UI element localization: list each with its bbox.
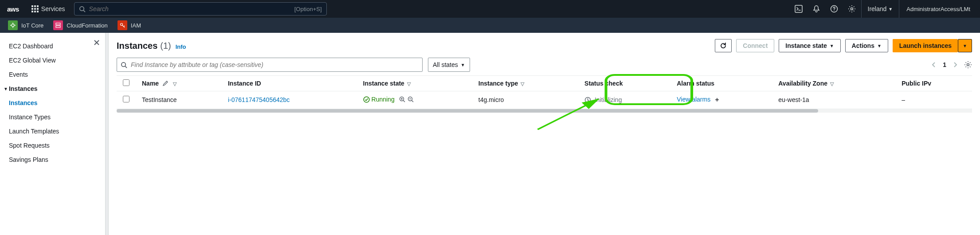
cloudshell-icon[interactable] — [790, 0, 807, 18]
search-wrap: [Option+S] — [74, 2, 327, 16]
service-label: IoT Core — [21, 22, 43, 29]
svg-line-18 — [412, 100, 413, 102]
title-text: Instances — [117, 41, 157, 51]
svg-line-1 — [83, 10, 85, 12]
topnav-right: Ireland ▼ AdministratorAccess/LMt — [790, 0, 980, 18]
col-instance-type[interactable]: Instance type▽ — [472, 76, 578, 91]
launch-split-button[interactable]: ▼ — [958, 39, 972, 52]
service-cloudformation[interactable]: CloudFormation — [50, 19, 111, 32]
select-all-checkbox[interactable] — [123, 79, 129, 86]
sidebar-item-spot-requests[interactable]: Spot Requests — [0, 138, 108, 153]
connect-button[interactable]: Connect — [736, 39, 774, 52]
instance-state-button[interactable]: Instance state ▼ — [779, 39, 840, 52]
caret-down-icon: ▼ — [4, 86, 8, 91]
instance-id-link[interactable]: i-076117475405642bc — [228, 96, 290, 103]
svg-point-8 — [120, 24, 122, 26]
filter-input[interactable] — [131, 61, 419, 68]
prev-page-icon[interactable] — [931, 62, 937, 68]
sidebar-group-instances[interactable]: ▼ Instances — [0, 82, 108, 96]
svg-point-11 — [967, 64, 969, 66]
instance-state-label: Instance state — [785, 42, 827, 49]
svg-point-0 — [79, 6, 83, 10]
col-instance-id[interactable]: Instance ID — [222, 76, 357, 91]
service-iam[interactable]: IAM — [114, 19, 145, 32]
aws-logo[interactable]: aws — [0, 5, 26, 13]
page-number: 1 — [943, 61, 946, 68]
col-alarm-status[interactable]: Alarm status — [670, 76, 772, 91]
instances-table-wrap: Name ▽ Instance ID Instance state▽ Insta… — [117, 75, 972, 113]
sort-icon: ▽ — [173, 81, 176, 87]
main-content: Instances (1) Info Connect Instance stat… — [109, 33, 980, 235]
filter-row: All states ▼ 1 — [117, 58, 972, 72]
launch-button-group: Launch instances ▼ — [893, 39, 972, 52]
col-public-ip[interactable]: Public IPv — [895, 76, 972, 91]
svg-line-14 — [403, 100, 405, 102]
instances-table: Name ▽ Instance ID Instance state▽ Insta… — [117, 76, 972, 109]
help-icon[interactable] — [826, 0, 843, 18]
sidebar-item-launch-templates[interactable]: Launch Templates — [0, 124, 108, 138]
cell-public-ip: – — [895, 91, 972, 109]
sidebar-item-instance-types[interactable]: Instance Types — [0, 110, 108, 124]
top-nav: aws Services [Option+S] Ireland ▼ — [0, 0, 980, 18]
iot-icon — [8, 20, 18, 30]
page-header: Instances (1) Info Connect Instance stat… — [117, 39, 972, 52]
plus-icon[interactable]: ＋ — [714, 96, 720, 103]
sidebar-group-label: Instances — [9, 85, 38, 92]
row-checkbox[interactable] — [123, 96, 129, 102]
info-link[interactable]: Info — [176, 43, 186, 50]
sidebar-item-savings-plans[interactable]: Savings Plans — [0, 153, 108, 167]
view-alarms-link[interactable]: View alarms — [677, 96, 710, 103]
actions-button[interactable]: Actions ▼ — [845, 39, 888, 52]
service-iot-core[interactable]: IoT Core — [4, 19, 47, 32]
scroll-thumb[interactable] — [117, 109, 818, 113]
sidebar-item-global-view[interactable]: EC2 Global View — [0, 53, 108, 67]
svg-rect-7 — [56, 26, 60, 27]
zoom-out-icon[interactable] — [408, 96, 414, 103]
svg-point-4 — [851, 8, 853, 10]
next-page-icon[interactable] — [953, 62, 958, 68]
sidebar-item-dashboard[interactable]: EC2 Dashboard — [0, 39, 108, 53]
launch-instances-button[interactable]: Launch instances — [893, 39, 958, 52]
col-status-check[interactable]: Status check — [578, 76, 670, 91]
zoom-in-icon[interactable] — [399, 96, 406, 103]
col-instance-state[interactable]: Instance state▽ — [357, 76, 472, 91]
refresh-icon — [720, 42, 727, 49]
states-filter[interactable]: All states ▼ — [428, 58, 470, 72]
cfn-icon — [53, 20, 63, 30]
col-az[interactable]: Availability Zone▽ — [772, 76, 895, 91]
service-label: CloudFormation — [67, 22, 108, 29]
header-actions: Connect Instance state ▼ Actions ▼ Launc… — [715, 39, 972, 52]
account-selector[interactable]: AdministratorAccess/LMt — [900, 0, 976, 18]
svg-point-5 — [12, 24, 14, 27]
search-icon — [121, 62, 127, 68]
search-input[interactable] — [89, 5, 291, 12]
refresh-button[interactable] — [715, 39, 732, 52]
sort-icon: ▽ — [407, 81, 411, 87]
sidebar-close-icon[interactable] — [93, 39, 100, 46]
region-label: Ireland — [868, 5, 887, 12]
search-shortcut-hint: [Option+S] — [294, 6, 322, 12]
cell-az: eu-west-1a — [772, 91, 895, 109]
cell-instance-type: t4g.micro — [472, 91, 578, 109]
table-settings-icon[interactable] — [964, 61, 972, 69]
cell-instance-id[interactable]: i-076117475405642bc — [222, 91, 357, 109]
sidebar: EC2 Dashboard EC2 Global View Events ▼ I… — [0, 33, 109, 235]
global-search[interactable]: [Option+S] — [74, 2, 327, 16]
account-label: AdministratorAccess/LMt — [906, 6, 970, 12]
table-row[interactable]: TestInstance i-076117475405642bc Running… — [117, 91, 972, 109]
check-circle-icon — [363, 96, 370, 103]
horizontal-scrollbar[interactable] — [117, 109, 972, 113]
caret-down-icon: ▼ — [461, 63, 465, 67]
sort-icon: ▽ — [521, 81, 524, 87]
region-selector[interactable]: Ireland ▼ — [861, 0, 900, 18]
svg-point-9 — [122, 62, 125, 66]
instance-filter[interactable] — [117, 58, 423, 72]
bell-icon[interactable] — [808, 0, 825, 18]
gear-icon[interactable] — [843, 0, 860, 18]
sidebar-item-events[interactable]: Events — [0, 67, 108, 82]
col-name[interactable]: Name ▽ — [136, 76, 222, 91]
search-icon — [79, 6, 86, 12]
services-menu[interactable]: Services — [26, 5, 71, 12]
sidebar-item-instances[interactable]: Instances — [0, 96, 108, 110]
actions-label: Actions — [852, 42, 874, 49]
